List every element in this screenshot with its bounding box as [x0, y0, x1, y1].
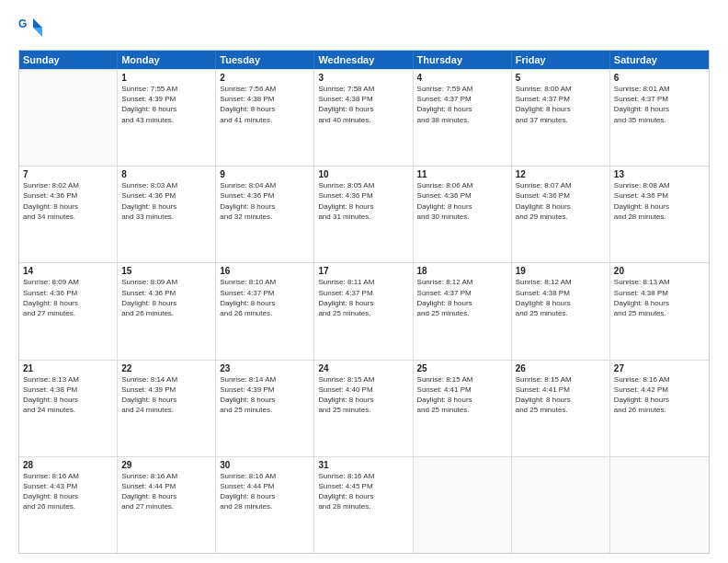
day-number: 29 [121, 460, 211, 470]
day-number: 22 [121, 363, 211, 373]
day-info: Sunrise: 7:59 AMSunset: 4:37 PMDaylight:… [417, 84, 507, 125]
day-number: 13 [614, 169, 705, 179]
day-number: 15 [121, 266, 211, 276]
day-info: Sunrise: 7:58 AMSunset: 4:38 PMDaylight:… [318, 84, 408, 125]
calendar-cell: 24Sunrise: 8:15 AMSunset: 4:40 PMDayligh… [314, 361, 413, 456]
svg-text:G: G [18, 17, 27, 30]
calendar-cell: 30Sunrise: 8:16 AMSunset: 4:44 PMDayligh… [216, 457, 314, 553]
header: G [18, 15, 710, 40]
day-number: 21 [23, 363, 113, 373]
day-number: 20 [614, 266, 705, 276]
day-info: Sunrise: 8:15 AMSunset: 4:41 PMDaylight:… [516, 374, 606, 416]
day-info: Sunrise: 8:12 AMSunset: 4:37 PMDaylight:… [417, 277, 507, 318]
calendar-cell: 10Sunrise: 8:05 AMSunset: 4:36 PMDayligh… [314, 167, 413, 262]
day-info: Sunrise: 8:05 AMSunset: 4:36 PMDaylight:… [318, 180, 408, 222]
calendar-cell: 26Sunrise: 8:15 AMSunset: 4:41 PMDayligh… [512, 361, 610, 456]
calendar-cell: 19Sunrise: 8:12 AMSunset: 4:38 PMDayligh… [512, 263, 610, 359]
calendar-cell: 6Sunrise: 8:01 AMSunset: 4:37 PMDaylight… [610, 70, 709, 166]
day-number: 1 [121, 73, 211, 83]
calendar-cell: 17Sunrise: 8:11 AMSunset: 4:37 PMDayligh… [314, 263, 413, 359]
day-info: Sunrise: 8:01 AMSunset: 4:37 PMDaylight:… [614, 84, 705, 125]
calendar-cell: 22Sunrise: 8:14 AMSunset: 4:39 PMDayligh… [118, 361, 216, 456]
calendar-header: SundayMondayTuesdayWednesdayThursdayFrid… [19, 51, 709, 69]
calendar-body: 1Sunrise: 7:55 AMSunset: 4:39 PMDaylight… [19, 69, 709, 553]
calendar-cell: 13Sunrise: 8:08 AMSunset: 4:36 PMDayligh… [610, 167, 709, 262]
weekday-header: Saturday [610, 51, 709, 69]
calendar-cell: 4Sunrise: 7:59 AMSunset: 4:37 PMDaylight… [414, 70, 512, 166]
calendar-cell [512, 457, 610, 553]
calendar-cell: 9Sunrise: 8:04 AMSunset: 4:36 PMDaylight… [216, 167, 314, 262]
day-number: 18 [417, 266, 507, 276]
calendar-cell: 3Sunrise: 7:58 AMSunset: 4:38 PMDaylight… [314, 70, 413, 166]
day-info: Sunrise: 8:16 AMSunset: 4:42 PMDaylight:… [614, 374, 705, 416]
day-number: 14 [23, 266, 113, 276]
day-info: Sunrise: 8:08 AMSunset: 4:36 PMDaylight:… [614, 180, 705, 222]
logo: G [18, 15, 48, 40]
day-info: Sunrise: 8:09 AMSunset: 4:36 PMDaylight:… [23, 277, 113, 318]
calendar-cell: 28Sunrise: 8:16 AMSunset: 4:43 PMDayligh… [19, 457, 118, 553]
day-number: 19 [516, 266, 606, 276]
day-info: Sunrise: 8:04 AMSunset: 4:36 PMDaylight:… [220, 180, 310, 222]
calendar-cell [19, 70, 118, 166]
calendar-cell: 25Sunrise: 8:15 AMSunset: 4:41 PMDayligh… [414, 361, 512, 456]
day-number: 6 [614, 73, 705, 83]
day-number: 10 [318, 169, 408, 179]
day-info: Sunrise: 8:13 AMSunset: 4:38 PMDaylight:… [614, 277, 705, 318]
calendar-cell: 18Sunrise: 8:12 AMSunset: 4:37 PMDayligh… [414, 263, 512, 359]
calendar-cell: 14Sunrise: 8:09 AMSunset: 4:36 PMDayligh… [19, 263, 118, 359]
calendar-cell: 2Sunrise: 7:56 AMSunset: 4:38 PMDaylight… [216, 70, 314, 166]
calendar-cell: 23Sunrise: 8:14 AMSunset: 4:39 PMDayligh… [216, 361, 314, 456]
day-number: 28 [23, 460, 113, 470]
calendar-week-row: 1Sunrise: 7:55 AMSunset: 4:39 PMDaylight… [19, 69, 709, 166]
day-number: 27 [614, 363, 705, 373]
calendar-cell: 5Sunrise: 8:00 AMSunset: 4:37 PMDaylight… [512, 70, 610, 166]
day-number: 4 [417, 73, 507, 83]
day-info: Sunrise: 8:03 AMSunset: 4:36 PMDaylight:… [121, 180, 211, 222]
day-number: 11 [417, 169, 507, 179]
day-info: Sunrise: 8:02 AMSunset: 4:36 PMDaylight:… [23, 180, 113, 222]
calendar-cell: 7Sunrise: 8:02 AMSunset: 4:36 PMDaylight… [19, 167, 118, 262]
day-info: Sunrise: 8:07 AMSunset: 4:36 PMDaylight:… [516, 180, 606, 222]
day-number: 8 [121, 169, 211, 179]
day-info: Sunrise: 8:10 AMSunset: 4:37 PMDaylight:… [220, 277, 310, 318]
day-number: 9 [220, 169, 310, 179]
calendar-cell: 11Sunrise: 8:06 AMSunset: 4:36 PMDayligh… [414, 167, 512, 262]
weekday-header: Friday [512, 51, 610, 69]
day-info: Sunrise: 8:13 AMSunset: 4:38 PMDaylight:… [23, 374, 113, 416]
day-info: Sunrise: 8:16 AMSunset: 4:44 PMDaylight:… [220, 471, 310, 512]
day-number: 16 [220, 266, 310, 276]
calendar-week-row: 14Sunrise: 8:09 AMSunset: 4:36 PMDayligh… [19, 262, 709, 359]
day-info: Sunrise: 8:16 AMSunset: 4:45 PMDaylight:… [318, 471, 408, 512]
day-info: Sunrise: 8:15 AMSunset: 4:41 PMDaylight:… [417, 374, 507, 416]
calendar-cell: 21Sunrise: 8:13 AMSunset: 4:38 PMDayligh… [19, 361, 118, 456]
day-info: Sunrise: 8:11 AMSunset: 4:37 PMDaylight:… [318, 277, 408, 318]
calendar-cell: 8Sunrise: 8:03 AMSunset: 4:36 PMDaylight… [118, 167, 216, 262]
calendar-cell [610, 457, 709, 553]
day-info: Sunrise: 8:09 AMSunset: 4:36 PMDaylight:… [121, 277, 211, 318]
day-info: Sunrise: 8:14 AMSunset: 4:39 PMDaylight:… [121, 374, 211, 416]
day-info: Sunrise: 7:55 AMSunset: 4:39 PMDaylight:… [121, 84, 211, 125]
calendar-cell: 27Sunrise: 8:16 AMSunset: 4:42 PMDayligh… [610, 361, 709, 456]
calendar-cell: 15Sunrise: 8:09 AMSunset: 4:36 PMDayligh… [118, 263, 216, 359]
weekday-header: Monday [118, 51, 216, 69]
calendar: SundayMondayTuesdayWednesdayThursdayFrid… [18, 50, 710, 554]
calendar-week-row: 21Sunrise: 8:13 AMSunset: 4:38 PMDayligh… [19, 360, 709, 456]
weekday-header: Tuesday [216, 51, 314, 69]
weekday-header: Wednesday [314, 51, 413, 69]
calendar-week-row: 28Sunrise: 8:16 AMSunset: 4:43 PMDayligh… [19, 456, 709, 553]
day-number: 2 [220, 73, 310, 83]
day-number: 5 [516, 73, 606, 83]
day-number: 24 [318, 363, 408, 373]
day-number: 25 [417, 363, 507, 373]
day-info: Sunrise: 8:15 AMSunset: 4:40 PMDaylight:… [318, 374, 408, 416]
calendar-cell: 12Sunrise: 8:07 AMSunset: 4:36 PMDayligh… [512, 167, 610, 262]
day-info: Sunrise: 7:56 AMSunset: 4:38 PMDaylight:… [220, 84, 310, 125]
day-info: Sunrise: 8:06 AMSunset: 4:36 PMDaylight:… [417, 180, 507, 222]
svg-marker-2 [33, 28, 42, 37]
day-number: 23 [220, 363, 310, 373]
calendar-cell: 31Sunrise: 8:16 AMSunset: 4:45 PMDayligh… [314, 457, 413, 553]
day-number: 17 [318, 266, 408, 276]
svg-marker-1 [33, 18, 42, 28]
weekday-header: Sunday [19, 51, 118, 69]
logo-icon: G [18, 15, 44, 40]
